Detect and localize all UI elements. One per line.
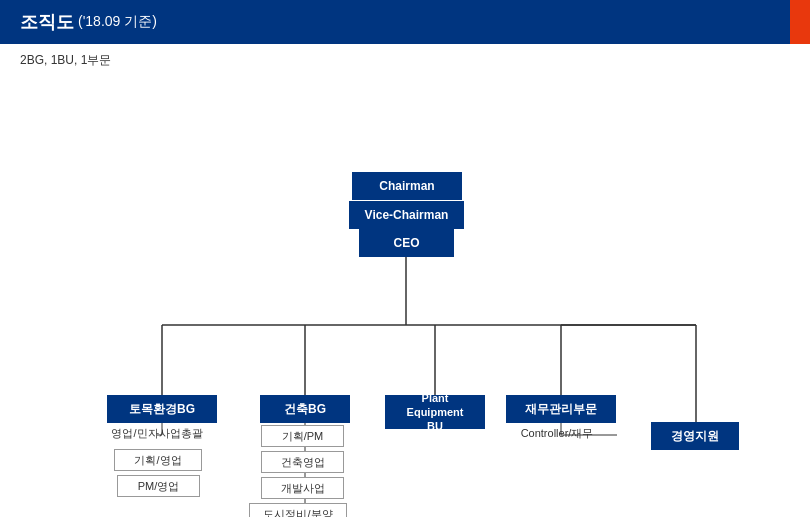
header-corner-accent [790,0,810,44]
kunk-sub3: 개발사업 [261,477,344,499]
kunk-sub4: 도시정비/분양 [249,503,347,517]
header-subtitle: ('18.09 기준) [78,13,157,31]
jaemu-node: 재무관리부문 [506,395,616,423]
kunk-sub2: 건축영업 [261,451,344,473]
tomok-bg-node: 토목환경BG [107,395,217,423]
kunkchuk-bg-node: 건축BG [260,395,350,423]
chairman-node: Chairman [352,172,462,200]
header-title: 조직도 [20,10,74,34]
kyoung-node: 경영지원 [651,422,739,450]
tomok-sub3: PM/영업 [117,475,200,497]
tomok-sub2: 기획/영업 [114,449,202,471]
info-text: 2BG, 1BU, 1부문 [0,44,810,77]
jaemu-sub1: Controller/재무 [497,426,617,441]
org-container: Chairman Vice-Chairman CEO 토목환경BG 건축BG P… [0,77,810,517]
tomok-sub1: 영업/민자사업총괄 [97,426,217,441]
kunk-sub1: 기획/PM [261,425,344,447]
plant-bu-node: Plant Equipment BU [385,395,485,429]
ceo-node: CEO [359,229,454,257]
vice-chairman-node: Vice-Chairman [349,201,464,229]
header: 조직도 ('18.09 기준) [0,0,810,44]
